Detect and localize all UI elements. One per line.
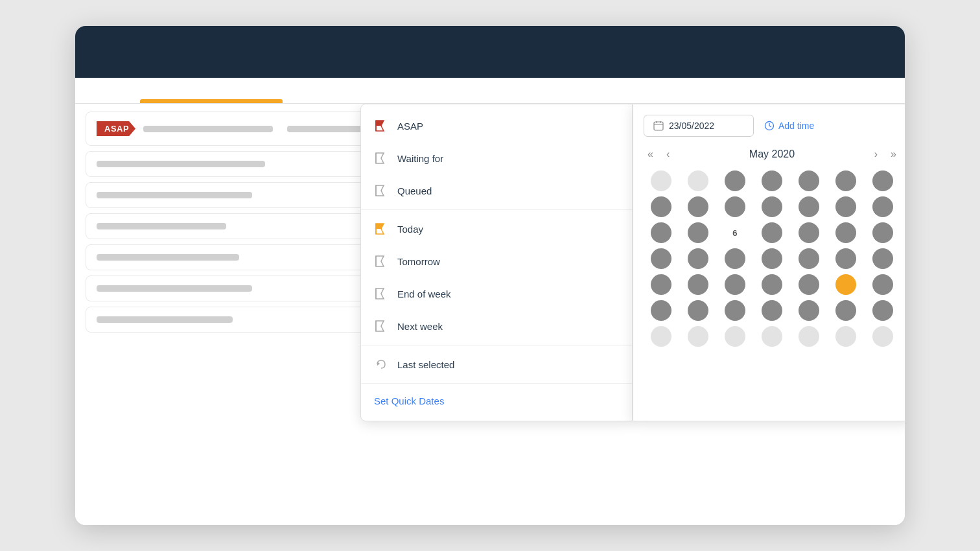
calendar-day[interactable] [723,273,747,296]
calendar-day[interactable] [797,299,821,322]
svg-marker-12 [376,288,384,299]
item-bar [143,126,273,132]
calendar-day[interactable] [760,221,784,244]
menu-item-queued[interactable]: Queued [361,174,632,207]
item-bar [97,223,226,229]
menu-panel: ASAP Waiting for [360,104,633,421]
calendar-day[interactable] [834,195,858,218]
main-area: ASAP [75,104,905,525]
menu-label-last-selected: Last selected [397,359,454,370]
calendar-day[interactable] [723,325,747,348]
svg-marker-14 [376,321,384,331]
calendar-day[interactable] [686,247,710,270]
date-input-row: 23/05/2022 Add time [644,115,900,137]
menu-label-asap: ASAP [397,121,423,132]
asap-badge: ASAP [97,121,135,136]
calendar-day[interactable] [871,325,894,348]
calendar-day[interactable]: 6 [723,221,747,244]
calendar-day[interactable] [834,169,858,193]
calendar-day[interactable] [797,273,821,296]
calendar-day[interactable] [871,195,894,218]
menu-item-tomorrow[interactable]: Tomorrow [361,245,632,277]
list-item[interactable]: ASAP [86,111,376,146]
list-item[interactable] [86,151,376,177]
calendar-day[interactable] [649,273,673,296]
prev-year-btn[interactable]: « [644,147,657,161]
calendar-day[interactable] [871,247,894,270]
calendar-day[interactable] [723,299,747,322]
menu-label-queued: Queued [397,185,432,196]
calendar-day[interactable] [760,273,784,296]
menu-label-today: Today [397,224,423,235]
calendar-day[interactable] [649,325,673,348]
next-year-btn[interactable]: » [887,147,900,161]
tab-bar [75,78,905,104]
add-time-button[interactable]: Add time [764,121,814,131]
calendar-day[interactable] [686,299,710,322]
calendar-day[interactable] [686,169,710,193]
item-bar [97,192,252,198]
set-quick-dates-link[interactable]: Set Quick Dates [361,386,632,416]
item-bar [97,285,252,292]
menu-item-last-selected[interactable]: Last selected [361,348,632,381]
active-tab[interactable] [140,99,283,103]
list-item[interactable] [86,307,376,333]
calendar-day[interactable] [834,325,858,348]
calendar-day[interactable] [760,169,784,193]
calendar-day[interactable] [649,299,673,322]
next-month-btn[interactable]: › [870,147,881,161]
calendar-day[interactable] [723,169,747,193]
calendar-day[interactable] [834,299,858,322]
calendar-day[interactable] [797,325,821,348]
dropdown-overlay: ASAP Waiting for [360,104,905,421]
calendar-day[interactable] [760,325,784,348]
asap-row: ASAP [97,121,273,136]
content-area: ASAP [75,78,905,525]
list-item[interactable] [86,213,376,239]
app-window: ASAP [75,26,905,525]
calendar-day[interactable] [760,299,784,322]
menu-label-tomorrow: Tomorrow [397,256,440,267]
list-item[interactable] [86,276,376,301]
menu-divider [361,345,632,346]
menu-item-next-week[interactable]: Next week [361,310,632,342]
calendar-day[interactable] [797,221,821,244]
menu-item-waiting[interactable]: Waiting for [361,142,632,174]
calendar-day-selected[interactable] [834,273,858,296]
menu-divider [361,209,632,210]
menu-item-end-of-week[interactable]: End of week [361,277,632,310]
calendar-day[interactable] [686,273,710,296]
date-field[interactable]: 23/05/2022 [644,115,754,137]
calendar-day[interactable] [723,247,747,270]
svg-marker-5 [376,185,384,196]
calendar-day[interactable] [686,195,710,218]
item-bar [97,161,265,167]
calendar-day[interactable] [649,195,673,218]
calendar-day[interactable] [686,221,710,244]
calendar-day[interactable] [760,195,784,218]
calendar-day[interactable] [834,247,858,270]
calendar-day[interactable] [760,247,784,270]
calendar-day[interactable] [797,247,821,270]
menu-item-today[interactable]: Today [361,213,632,245]
menu-item-asap[interactable]: ASAP [361,110,632,142]
calendar-day[interactable] [797,195,821,218]
calendar-day[interactable] [871,299,894,322]
list-item[interactable] [86,244,376,270]
prev-month-btn[interactable]: ‹ [662,147,673,161]
list-item[interactable] [86,182,376,208]
calendar-day[interactable] [649,247,673,270]
calendar-day[interactable] [834,221,858,244]
calendar-day[interactable] [686,325,710,348]
calendar-day[interactable] [871,273,894,296]
calendar-day[interactable] [871,169,894,193]
item-bar-right [287,126,365,132]
flag-outline-icon [374,319,388,333]
svg-rect-17 [654,122,663,130]
calendar-day[interactable] [723,195,747,218]
flag-orange-icon [374,222,388,236]
calendar-day[interactable] [797,169,821,193]
calendar-day[interactable] [871,221,894,244]
calendar-day[interactable] [649,169,673,193]
calendar-day[interactable] [649,221,673,244]
